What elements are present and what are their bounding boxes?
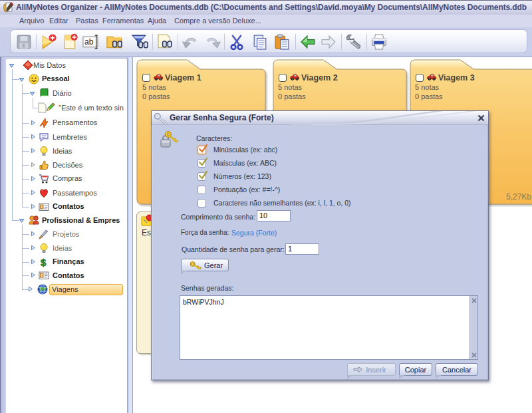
svg-text:$: $: [41, 257, 47, 267]
